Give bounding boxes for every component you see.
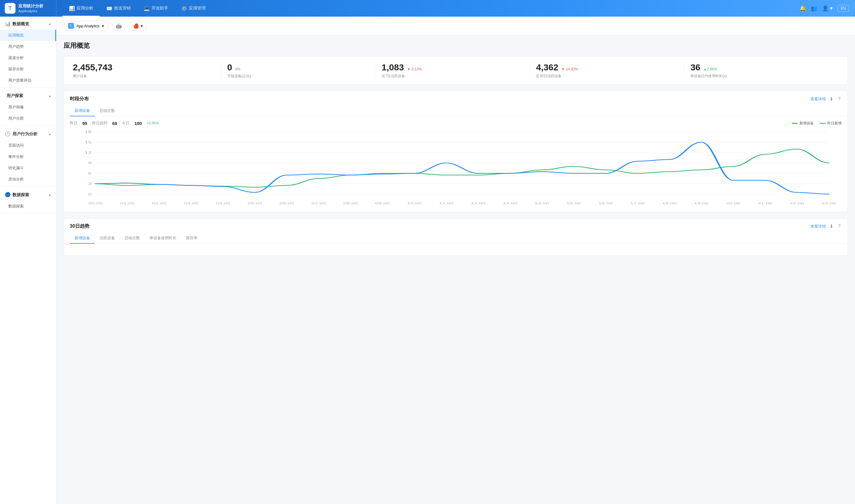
- sidebar-group-user-explore[interactable]: 用户探索▲: [0, 89, 56, 102]
- ios-platform-btn[interactable]: 🍎 ▾: [129, 21, 147, 31]
- nav-label-dev: 开发助手: [152, 6, 168, 11]
- download-icon[interactable]: ⬇: [830, 96, 833, 102]
- svg-text:11:00: 11:00: [439, 202, 454, 205]
- stat-value-7day-active: 1,083: [382, 62, 404, 72]
- chevron-data-explore: ▲: [48, 193, 51, 197]
- svg-text:12:00: 12:00: [471, 202, 485, 205]
- android-platform-btn[interactable]: 🤖: [112, 21, 126, 31]
- legend-color-yesterday-new-legend: [820, 123, 825, 124]
- sidebar-item-app-overview[interactable]: 应用概览: [0, 30, 56, 41]
- logo-area: T 应用统计分析 AppAnalytics: [0, 0, 56, 17]
- stat-label-suspicious-devices: 可疑设备(占比): [227, 74, 370, 79]
- nav-item-manage[interactable]: ⚙️应用管理: [175, 0, 212, 17]
- time-distribution-section: 时段分布 查看详情 ⬇ ？ 新增设备启动次数 昨日 95 昨日此时 69 今日 …: [64, 91, 848, 212]
- svg-text:9: 9: [88, 161, 92, 165]
- trend-tab-usage-30[interactable]: 单设备使用时长: [145, 233, 181, 244]
- sidebar-group-behavior-analysis[interactable]: 🕐用户行为分析▲: [0, 127, 56, 140]
- stat-label-daily-usage: 单设备日均使用时长(s): [691, 74, 833, 79]
- sidebar-item-funnel[interactable]: 转化漏斗: [0, 162, 56, 174]
- svg-text:13:00: 13:00: [503, 202, 517, 205]
- stat-item-total-devices: 2,455,743 累计设备: [73, 62, 221, 79]
- sidebar-group-data-explore[interactable]: 🔵数据探索▲: [0, 187, 56, 201]
- sidebar-group-label-behavior-analysis: 用户行为分析: [13, 131, 37, 136]
- stat-value-daily-usage: 36: [691, 62, 700, 72]
- trend-detail-link[interactable]: 查看详情: [810, 224, 826, 229]
- svg-text:23:00: 23:00: [821, 202, 836, 205]
- trend-download-icon[interactable]: ⬇: [830, 223, 833, 229]
- nav-menu: 📊应用分析✉️推送营销💻开发助手⚙️应用管理: [56, 0, 793, 17]
- sidebar-item-page-visit[interactable]: 页面访问: [0, 140, 56, 151]
- svg-text:20:00: 20:00: [726, 202, 740, 205]
- trend-tab-new-devices-30[interactable]: 新增设备: [70, 233, 95, 244]
- trend-tabs: 新增设备活跃设备启动次数单设备使用时长留存率: [64, 230, 848, 244]
- sidebar-item-event-analysis[interactable]: 事件分析: [0, 151, 56, 162]
- chart-tab-launch-count[interactable]: 启动次数: [95, 106, 120, 116]
- contact-icon[interactable]: 👥: [811, 5, 817, 12]
- sidebar-item-data-explore-item[interactable]: 数据探索: [0, 201, 56, 212]
- svg-text:18: 18: [85, 130, 92, 133]
- stat-item-7day-active: 1,083 ▼-3.13% 近7日活跃设备: [376, 62, 530, 79]
- sidebar-item-channel-analysis[interactable]: 渠道分析: [0, 52, 56, 64]
- yesterday-value: 95: [82, 121, 87, 126]
- sidebar-item-flexible-analysis[interactable]: 灵动分析: [0, 174, 56, 185]
- app-selector[interactable]: T App Analytics ▾: [64, 21, 108, 31]
- chart-detail-link[interactable]: 查看详情: [810, 96, 826, 102]
- bell-icon[interactable]: 🔔: [800, 5, 806, 12]
- chevron-behavior-analysis: ▲: [48, 132, 51, 136]
- language-button[interactable]: EN: [837, 5, 849, 12]
- sidebar-divider: [0, 87, 56, 88]
- today-label: 今日: [122, 121, 129, 126]
- stat-item-30day-active: 4,362 ▼-14.92% 近30日活跃设备: [530, 62, 684, 79]
- sidebar-item-user-trend[interactable]: 用户趋势: [0, 41, 56, 52]
- nav-item-analysis[interactable]: 📊应用分析: [63, 0, 100, 17]
- chart-header: 时段分布 查看详情 ⬇ ？: [64, 91, 848, 102]
- svg-text:21:00: 21:00: [758, 202, 772, 205]
- apple-icon: 🍎: [133, 23, 139, 29]
- chart-header-right: 查看详情 ⬇ ？: [810, 96, 842, 102]
- legend-label-yesterday-new-legend: 昨日新增: [827, 121, 842, 126]
- stat-value-30day-active: 4,362: [536, 62, 558, 72]
- nav-label-manage: 应用管理: [189, 6, 206, 11]
- trend-section: 30日趋势 查看详情 ⬇ ？ 新增设备活跃设备启动次数单设备使用时长留存率: [64, 218, 848, 256]
- svg-text:16:00: 16:00: [598, 202, 613, 205]
- nav-right: 🔔 👥 👤 ▾ EN: [793, 5, 855, 12]
- svg-text:07:00: 07:00: [311, 202, 326, 205]
- chart-tab-new-devices[interactable]: 新增设备: [70, 106, 95, 116]
- sidebar-group-data-overview[interactable]: 📊数据概览▲: [0, 17, 56, 30]
- stat-item-suspicious-devices: 0 0% 可疑设备(占比): [221, 62, 376, 79]
- svg-text:10:00: 10:00: [407, 202, 422, 205]
- trend-help-icon[interactable]: ？: [837, 223, 842, 230]
- svg-text:04:00: 04:00: [216, 202, 230, 205]
- legend-label-new-devices-legend: 新增设备: [800, 121, 814, 126]
- chart-stats-row: 昨日 95 昨日此时 69 今日 100 +0.05% 新增设备昨日新增: [64, 116, 848, 126]
- stat-label-7day-active: 近7日活跃设备: [382, 74, 524, 79]
- sidebar-item-user-segment[interactable]: 用户分群: [0, 113, 56, 124]
- chart-area: 036912151800:0001:0002:0003:0004:0005:00…: [64, 126, 848, 212]
- trend-tab-retention-30[interactable]: 留存率: [181, 233, 202, 244]
- yesterday-time-label: 昨日此时: [92, 121, 107, 126]
- sidebar-group-label-data-overview: 数据概览: [13, 21, 29, 26]
- trend-header-right: 查看详情 ⬇ ？: [810, 223, 842, 230]
- trend-tab-active-devices-30[interactable]: 活跃设备: [95, 233, 120, 244]
- chart-title: 时段分布: [70, 96, 89, 102]
- nav-icon-manage: ⚙️: [181, 6, 187, 11]
- trend-tab-launch-30[interactable]: 启动次数: [120, 233, 145, 244]
- svg-text:15: 15: [85, 141, 92, 144]
- app-selector-icon: T: [68, 23, 74, 29]
- legend-item-yesterday-new-legend: 昨日新增: [820, 121, 842, 126]
- svg-text:17:00: 17:00: [630, 202, 645, 205]
- svg-text:03:00: 03:00: [184, 202, 198, 205]
- today-value: 100: [134, 121, 142, 126]
- sidebar-item-retention[interactable]: 留存分析: [0, 64, 56, 75]
- user-icon[interactable]: 👤 ▾: [822, 5, 833, 12]
- stat-label-30day-active: 近30日活跃设备: [536, 74, 678, 79]
- sidebar-item-user-portrait[interactable]: 用户画像: [0, 102, 56, 113]
- chart-legend: 新增设备昨日新增: [792, 121, 842, 126]
- top-nav: T 应用统计分析 AppAnalytics 📊应用分析✉️推送营销💻开发助手⚙️…: [0, 0, 855, 17]
- nav-icon-marketing: ✉️: [106, 6, 112, 11]
- legend-item-new-devices-legend: 新增设备: [792, 121, 814, 126]
- nav-item-marketing[interactable]: ✉️推送营销: [100, 0, 137, 17]
- sidebar-item-user-quality[interactable]: 用户质量评估: [0, 75, 56, 86]
- nav-item-dev[interactable]: 💻开发助手: [137, 0, 175, 17]
- help-icon[interactable]: ？: [837, 96, 842, 102]
